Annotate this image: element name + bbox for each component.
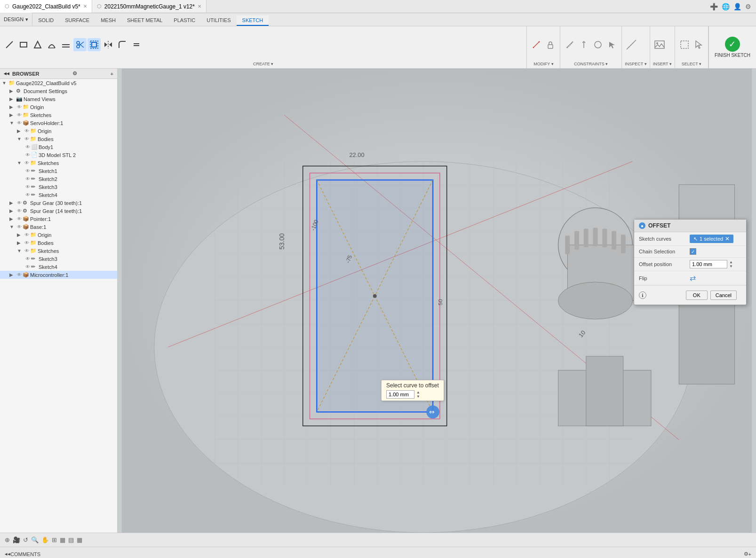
tree-item-spur14[interactable]: ▶ 👁 ⚙ Spur Gear (14 teeth):1	[0, 207, 117, 215]
vertical-tool[interactable]	[577, 38, 590, 51]
tree-item-doc-settings[interactable]: ▶ ⚙ Document Settings	[0, 87, 117, 95]
tree-item-body1[interactable]: 👁 ⬜ Body1	[0, 143, 117, 151]
tab-mesh[interactable]: MESH	[95, 16, 121, 26]
tooltip-stepper[interactable]: ▲ ▼	[416, 390, 420, 399]
tooltip-inc[interactable]: ▲	[416, 390, 420, 394]
tree-item-sketch3b[interactable]: 👁 ✏ Sketch3	[0, 255, 117, 263]
tree-item-base[interactable]: ▼ 👁 📦 Base:1	[0, 223, 117, 231]
tab-utilities[interactable]: UTILITIES	[201, 16, 236, 26]
tree-item-origin2[interactable]: ▶ 👁 📁 Origin	[0, 127, 117, 135]
triangle-tool[interactable]	[31, 38, 44, 51]
tab-plastic[interactable]: PLASTIC	[168, 16, 201, 26]
tree-item-sketches2[interactable]: ▼ 👁 📁 Sketches	[0, 159, 117, 167]
cursor-tool[interactable]	[605, 38, 619, 51]
design-button[interactable]: DESIGN ▾	[0, 13, 32, 26]
deselect-button[interactable]: ✕	[725, 236, 730, 242]
tab-surface[interactable]: SURFACE	[59, 16, 95, 26]
eye-spur30[interactable]: 👁	[17, 200, 22, 205]
tree-item-micro[interactable]: ▶ 👁 📦 Microcontroller:1	[0, 271, 117, 279]
status-icon-grid2[interactable]: ▤	[68, 536, 74, 543]
offset-tool[interactable]	[88, 38, 101, 51]
comments-settings[interactable]: ⚙	[744, 551, 748, 557]
eye-stl[interactable]: 👁	[25, 152, 30, 157]
line-tool[interactable]	[3, 38, 16, 51]
sidebar-settings-btn[interactable]: ⚙	[72, 71, 77, 77]
mirror-tool[interactable]	[102, 38, 115, 51]
sidebar-add-btn[interactable]: +	[111, 71, 113, 77]
select-tool[interactable]	[678, 38, 691, 51]
tab-close-1[interactable]: ✕	[83, 4, 87, 9]
tab-magnetic[interactable]: ⬡ 2022150mmMagneticGauge_1 v12* ✕	[92, 0, 207, 13]
tree-item-sketch1[interactable]: 👁 ✏ Sketch1	[0, 167, 117, 175]
status-icon-add[interactable]: ⊕	[5, 536, 10, 543]
eye-ptr[interactable]: 👁	[17, 216, 22, 221]
fillet-tool[interactable]	[116, 38, 129, 51]
chain-checkbox[interactable]: ✓	[690, 248, 696, 255]
tree-item-sketch4a[interactable]: 👁 ✏ Sketch4	[0, 191, 117, 199]
status-icon-pan[interactable]: ✋	[41, 536, 49, 543]
eye-sk2[interactable]: 👁	[24, 160, 29, 165]
tooltip-input[interactable]	[386, 390, 414, 399]
status-icon-rotate[interactable]: ↺	[23, 536, 28, 543]
decrement-btn[interactable]: ▼	[729, 264, 733, 268]
equal-tool[interactable]	[130, 38, 143, 51]
eye-o2[interactable]: 👁	[24, 128, 29, 134]
collapse-icon[interactable]: ◂◂	[4, 71, 9, 77]
measure-tool[interactable]	[625, 38, 638, 51]
comments-add[interactable]: +	[748, 551, 751, 557]
eye-base[interactable]: 👁	[17, 224, 22, 229]
offset-input[interactable]	[690, 260, 727, 268]
eye-micro[interactable]: 👁	[17, 272, 22, 277]
image-tool[interactable]	[653, 38, 666, 51]
ok-button[interactable]: OK	[686, 291, 708, 300]
user-icon[interactable]: 👤	[733, 3, 741, 10]
tree-item-sketch2[interactable]: 👁 ✏ Sketch2	[0, 175, 117, 183]
status-icon-camera[interactable]: 🎥	[13, 536, 20, 543]
tree-item-root[interactable]: ▼ 📁 Gauge2022_ClaatBuild v5	[0, 79, 117, 87]
tab-gauge2022[interactable]: ⬡ Gauge2022_ClaatBuild v5* ✕	[0, 0, 92, 13]
finish-sketch-button[interactable]: ✓ FINISH SKETCH	[708, 26, 756, 68]
tooltip-dec[interactable]: ▼	[416, 394, 420, 399]
settings-icon[interactable]: ⚙	[745, 3, 751, 10]
eye-sk3b[interactable]: 👁	[25, 256, 30, 261]
flip-button[interactable]: ⇄	[690, 274, 696, 283]
status-icon-fit[interactable]: ⊞	[52, 536, 57, 543]
dimension-tool[interactable]	[530, 38, 543, 51]
eye-spur14[interactable]: 👁	[17, 208, 22, 213]
tree-item-origin3[interactable]: ▶ 👁 📁 Origin	[0, 231, 117, 239]
trim-tool[interactable]	[73, 38, 87, 51]
offset-stepper[interactable]: ▲ ▼	[729, 260, 733, 268]
tree-item-sketch3a[interactable]: 👁 ✏ Sketch3	[0, 183, 117, 191]
selected-badge[interactable]: ↖ 1 selected ✕	[690, 235, 733, 243]
parallel-tool[interactable]	[59, 38, 72, 51]
tree-item-sketches1[interactable]: ▶ 👁 📁 Sketches	[0, 111, 117, 119]
diagonal-line-tool[interactable]	[563, 38, 576, 51]
eye-sk3[interactable]: 👁	[24, 248, 29, 253]
eye-servo[interactable]: 👁	[17, 120, 22, 126]
tree-item-sketch4b[interactable]: 👁 ✏ Sketch4	[0, 263, 117, 271]
tree-item-origin1[interactable]: ▶ 👁 📁 Origin	[0, 103, 117, 111]
eye-body1[interactable]: 👁	[25, 144, 30, 149]
tree-item-pointer[interactable]: ▶ 👁 📦 Pointer:1	[0, 215, 117, 223]
increment-btn[interactable]: ▲	[729, 260, 733, 264]
tree-item-named-views[interactable]: ▶ 📷 Named Views	[0, 95, 117, 103]
eye-sk-3a[interactable]: 👁	[25, 184, 30, 189]
eye-o1[interactable]: 👁	[17, 104, 22, 110]
comments-collapse[interactable]: ◂◂	[5, 551, 10, 557]
tab-sketch[interactable]: SKETCH	[237, 16, 269, 26]
eye-sk4b[interactable]: 👁	[25, 264, 30, 269]
eye-sk-2[interactable]: 👁	[25, 176, 30, 181]
info-button[interactable]: ℹ	[639, 291, 646, 299]
minimize-btn[interactable]: ➕	[710, 3, 718, 10]
lock-tool[interactable]	[544, 38, 557, 51]
tree-item-sketches3[interactable]: ▼ 👁 📁 Sketches	[0, 247, 117, 255]
eye-sk1[interactable]: 👁	[17, 112, 22, 118]
tab-sheet-metal[interactable]: SHEET METAL	[121, 16, 168, 26]
tree-item-servo[interactable]: ▼ 👁 📦 ServoHolder:1	[0, 119, 117, 127]
status-icon-grid1[interactable]: ▦	[60, 536, 65, 543]
tree-item-bodies2[interactable]: ▶ 👁 📁 Bodies	[0, 239, 117, 247]
eye-b2[interactable]: 👁	[24, 240, 29, 245]
status-icon-grid3[interactable]: ▦	[77, 536, 82, 543]
circle-tool[interactable]	[591, 38, 605, 51]
eye-o3[interactable]: 👁	[24, 232, 29, 237]
